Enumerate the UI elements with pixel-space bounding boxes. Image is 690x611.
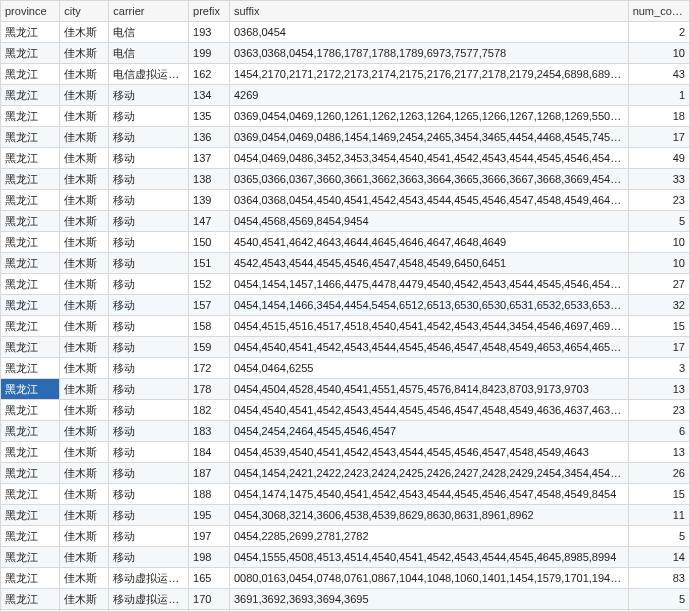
cell-num-count: 10 xyxy=(628,232,689,253)
cell-prefix: 172 xyxy=(189,358,230,379)
cell-city: 佳木斯 xyxy=(60,568,109,589)
cell-city: 佳木斯 xyxy=(60,169,109,190)
table-row[interactable]: 黑龙江佳木斯移动1820454,4540,4541,4542,4543,4544… xyxy=(1,400,690,421)
cell-prefix: 159 xyxy=(189,337,230,358)
header-row: province city carrier prefix suffix num_… xyxy=(1,1,690,22)
table-row[interactable]: 黑龙江佳木斯移动1950454,3068,3214,3606,4538,4539… xyxy=(1,505,690,526)
cell-prefix: 178 xyxy=(189,379,230,400)
cell-province: 黑龙江 xyxy=(1,358,60,379)
cell-city: 佳木斯 xyxy=(60,463,109,484)
cell-num-count: 43 xyxy=(628,64,689,85)
col-city[interactable]: city xyxy=(60,1,109,22)
cell-num-count: 1 xyxy=(628,85,689,106)
table-row[interactable]: 黑龙江佳木斯移动1580454,4515,4516,4517,4518,4540… xyxy=(1,316,690,337)
cell-carrier: 移动 xyxy=(109,85,189,106)
col-suffix[interactable]: suffix xyxy=(229,1,628,22)
cell-suffix: 0454,1454,1457,1466,4475,4478,4479,4540,… xyxy=(229,274,628,295)
cell-province: 黑龙江 xyxy=(1,148,60,169)
table-row[interactable]: 黑龙江佳木斯移动1980454,1555,4508,4513,4514,4540… xyxy=(1,547,690,568)
cell-province: 黑龙江 xyxy=(1,526,60,547)
cell-prefix: 165 xyxy=(189,568,230,589)
cell-province: 黑龙江 xyxy=(1,316,60,337)
table-row[interactable]: 黑龙江佳木斯移动1360369,0454,0469,0486,1454,1469… xyxy=(1,127,690,148)
table-row[interactable]: 黑龙江佳木斯移动1840454,4539,4540,4541,4542,4543… xyxy=(1,442,690,463)
col-num-count[interactable]: num_count xyxy=(628,1,689,22)
cell-city: 佳木斯 xyxy=(60,547,109,568)
cell-province: 黑龙江 xyxy=(1,547,60,568)
table-row[interactable]: 黑龙江佳木斯移动虚拟运营商1650080,0163,0454,0748,0761… xyxy=(1,568,690,589)
cell-num-count: 23 xyxy=(628,400,689,421)
cell-prefix: 170 xyxy=(189,589,230,610)
table-row[interactable]: 黑龙江佳木斯移动13442691 xyxy=(1,85,690,106)
table-row[interactable]: 黑龙江佳木斯移动1830454,2454,2464,4545,4546,4547… xyxy=(1,421,690,442)
cell-suffix: 0368,0454 xyxy=(229,22,628,43)
cell-city: 佳木斯 xyxy=(60,526,109,547)
table-row[interactable]: 黑龙江佳木斯电信1930368,04542 xyxy=(1,22,690,43)
cell-province: 黑龙江 xyxy=(1,211,60,232)
cell-num-count: 26 xyxy=(628,463,689,484)
cell-prefix: 136 xyxy=(189,127,230,148)
cell-city: 佳木斯 xyxy=(60,589,109,610)
cell-suffix: 1454,2170,2171,2172,2173,2174,2175,2176,… xyxy=(229,64,628,85)
table-row[interactable]: 黑龙江佳木斯移动1370454,0469,0486,3452,3453,3454… xyxy=(1,148,690,169)
cell-prefix: 162 xyxy=(189,64,230,85)
col-prefix[interactable]: prefix xyxy=(189,1,230,22)
table-row[interactable]: 黑龙江佳木斯移动1380365,0366,0367,3660,3661,3662… xyxy=(1,169,690,190)
cell-suffix: 0365,0366,0367,3660,3661,3662,3663,3664,… xyxy=(229,169,628,190)
cell-province: 黑龙江 xyxy=(1,43,60,64)
table-row[interactable]: 黑龙江佳木斯移动1390364,0368,0454,4540,4541,4542… xyxy=(1,190,690,211)
cell-carrier: 移动 xyxy=(109,358,189,379)
cell-carrier: 移动虚拟运营商 xyxy=(109,589,189,610)
cell-prefix: 197 xyxy=(189,526,230,547)
table-row[interactable]: 黑龙江佳木斯移动1970454,2285,2699,2781,27825 xyxy=(1,526,690,547)
cell-city: 佳木斯 xyxy=(60,358,109,379)
col-province[interactable]: province xyxy=(1,1,60,22)
table-row[interactable]: 黑龙江佳木斯移动1870454,1454,2421,2422,2423,2424… xyxy=(1,463,690,484)
cell-carrier: 移动 xyxy=(109,379,189,400)
cell-prefix: 134 xyxy=(189,85,230,106)
data-table[interactable]: province city carrier prefix suffix num_… xyxy=(0,0,690,611)
cell-city: 佳木斯 xyxy=(60,148,109,169)
cell-city: 佳木斯 xyxy=(60,274,109,295)
cell-suffix: 0364,0368,0454,4540,4541,4542,4543,4544,… xyxy=(229,190,628,211)
table-row[interactable]: 黑龙江佳木斯电信1990363,0368,0454,1786,1787,1788… xyxy=(1,43,690,64)
table-row[interactable]: 黑龙江佳木斯移动1880454,1474,1475,4540,4541,4542… xyxy=(1,484,690,505)
cell-num-count: 15 xyxy=(628,316,689,337)
cell-province: 黑龙江 xyxy=(1,337,60,358)
cell-prefix: 157 xyxy=(189,295,230,316)
cell-prefix: 152 xyxy=(189,274,230,295)
table-row[interactable]: 黑龙江佳木斯移动1470454,4568,4569,8454,94545 xyxy=(1,211,690,232)
cell-suffix: 0454,1454,2421,2422,2423,2424,2425,2426,… xyxy=(229,463,628,484)
table-row[interactable]: 黑龙江佳木斯移动1520454,1454,1457,1466,4475,4478… xyxy=(1,274,690,295)
table-row[interactable]: 黑龙江佳木斯移动1720454,0464,62553 xyxy=(1,358,690,379)
table-row[interactable]: 黑龙江佳木斯电信虚拟运营商1621454,2170,2171,2172,2173… xyxy=(1,64,690,85)
cell-province: 黑龙江 xyxy=(1,295,60,316)
table-row[interactable]: 黑龙江佳木斯移动1514542,4543,4544,4545,4546,4547… xyxy=(1,253,690,274)
table-row[interactable]: 黑龙江佳木斯移动1590454,4540,4541,4542,4543,4544… xyxy=(1,337,690,358)
cell-province: 黑龙江 xyxy=(1,127,60,148)
cell-suffix: 0454,1474,1475,4540,4541,4542,4543,4544,… xyxy=(229,484,628,505)
cell-carrier: 移动 xyxy=(109,421,189,442)
col-carrier[interactable]: carrier xyxy=(109,1,189,22)
cell-city: 佳木斯 xyxy=(60,316,109,337)
cell-num-count: 10 xyxy=(628,43,689,64)
cell-suffix: 0369,0454,0469,1260,1261,1262,1263,1264,… xyxy=(229,106,628,127)
cell-carrier: 移动 xyxy=(109,337,189,358)
cell-carrier: 移动 xyxy=(109,127,189,148)
cell-prefix: 199 xyxy=(189,43,230,64)
cell-city: 佳木斯 xyxy=(60,505,109,526)
cell-prefix: 138 xyxy=(189,169,230,190)
cell-carrier: 移动 xyxy=(109,190,189,211)
cell-num-count: 18 xyxy=(628,106,689,127)
table-row[interactable]: 黑龙江佳木斯移动虚拟运营商1703691,3692,3693,3694,3695… xyxy=(1,589,690,610)
table-row[interactable]: 黑龙江佳木斯移动1780454,4504,4528,4540,4541,4551… xyxy=(1,379,690,400)
cell-carrier: 移动 xyxy=(109,211,189,232)
cell-suffix: 0363,0368,0454,1786,1787,1788,1789,6973,… xyxy=(229,43,628,64)
cell-suffix: 4542,4543,4544,4545,4546,4547,4548,4549,… xyxy=(229,253,628,274)
cell-city: 佳木斯 xyxy=(60,442,109,463)
table-row[interactable]: 黑龙江佳木斯移动1504540,4541,4642,4643,4644,4645… xyxy=(1,232,690,253)
cell-city: 佳木斯 xyxy=(60,211,109,232)
table-row[interactable]: 黑龙江佳木斯移动1350369,0454,0469,1260,1261,1262… xyxy=(1,106,690,127)
cell-city: 佳木斯 xyxy=(60,484,109,505)
table-row[interactable]: 黑龙江佳木斯移动1570454,1454,1466,3454,4454,5454… xyxy=(1,295,690,316)
